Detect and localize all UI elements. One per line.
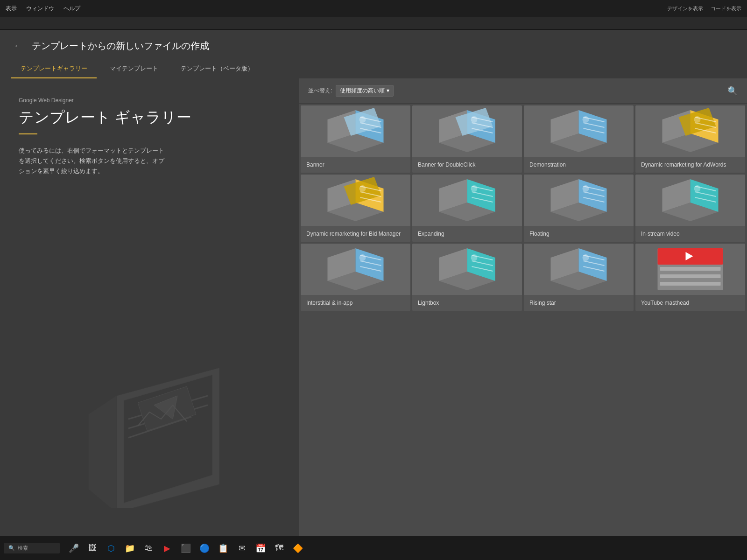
back-button[interactable]: ← [11, 39, 24, 52]
svg-point-76 [694, 185, 701, 192]
tabs-bar: テンプレートギャラリー マイテンプレート テンプレート（ベータ版） [0, 52, 747, 78]
template-thumbnail [301, 244, 410, 295]
code-view-btn[interactable]: コードを表示 [711, 5, 741, 12]
template-card[interactable]: Expanding [412, 175, 522, 242]
svg-point-52 [359, 185, 366, 192]
svg-point-26 [471, 116, 478, 123]
template-thumbnail [524, 105, 634, 157]
svg-point-34 [583, 116, 589, 123]
tab-template-gallery[interactable]: テンプレートギャラリー [11, 60, 97, 78]
template-card[interactable]: Rising star [524, 244, 634, 311]
page-title: テンプレートからの新しいファイルの作成 [32, 40, 209, 52]
template-thumbnail [635, 244, 745, 295]
taskbar-calendar-icon[interactable]: 📅 [252, 540, 269, 557]
taskbar-maps-icon[interactable]: 🗺 [271, 540, 288, 557]
template-thumbnail [635, 175, 745, 226]
template-thumbnail [301, 105, 410, 157]
tab-beta-templates[interactable]: テンプレート（ベータ版） [171, 60, 263, 78]
title-underline [19, 133, 37, 134]
template-label: Expanding [412, 226, 522, 242]
taskbar-mic-icon[interactable]: 🎤 [65, 540, 82, 557]
taskbar-folder-icon[interactable]: 📁 [121, 540, 138, 557]
svg-rect-107 [660, 282, 721, 286]
template-card[interactable]: Demonstration [524, 105, 634, 173]
taskbar-mail-icon[interactable]: ✉ [233, 540, 250, 557]
template-label: Dynamic remarketing for AdWords [635, 157, 745, 173]
svg-point-68 [583, 185, 589, 192]
search-icon[interactable]: 🔍 [727, 86, 738, 96]
template-thumbnail [635, 105, 745, 157]
menu-bar: 表示 ウィンドウ ヘルプ デザインを表示 コードを表示 [0, 0, 747, 17]
svg-point-92 [471, 254, 478, 261]
template-thumbnail [301, 175, 410, 226]
template-thumbnail [524, 175, 634, 226]
left-panel: Google Web Designer テンプレート ギャラリー 使ってみるには… [0, 78, 299, 536]
taskbar-window-icon[interactable]: 🖼 [84, 540, 101, 557]
gallery-title: テンプレート ギャラリー [19, 107, 280, 128]
template-label: Rising star [524, 295, 634, 311]
menu-view[interactable]: 表示 [6, 5, 17, 13]
sort-label: 並べ替え: [308, 87, 332, 95]
template-label: Banner for DoubleClick [412, 157, 522, 173]
main-content: Google Web Designer テンプレート ギャラリー 使ってみるには… [0, 78, 747, 536]
template-card[interactable]: Dynamic remarketing for AdWords [635, 105, 745, 173]
taskbar-chrome-icon[interactable]: 🔵 [196, 540, 213, 557]
template-card[interactable]: Lightbox [412, 244, 522, 311]
svg-point-60 [471, 185, 478, 192]
template-card[interactable]: Banner for DoubleClick [412, 105, 522, 173]
header: ← テンプレートからの新しいファイルの作成 [0, 30, 747, 52]
template-card[interactable]: Interstitial & in-app [301, 244, 410, 311]
svg-rect-106 [660, 274, 721, 278]
template-thumbnail [412, 244, 522, 295]
sort-select[interactable]: 使用頻度の高い順 ▾ [336, 85, 393, 97]
template-card[interactable]: Floating [524, 175, 634, 242]
svg-point-100 [583, 254, 589, 261]
template-label: YouTube masthead [635, 295, 745, 311]
toolbar-strip [0, 17, 747, 30]
right-panel: 並べ替え: 使用頻度の高い順 ▾ 🔍 BannerBanner for Doub… [299, 78, 747, 536]
svg-marker-1 [89, 396, 117, 508]
template-card[interactable]: Banner [301, 105, 410, 173]
app-name-label: Google Web Designer [19, 97, 280, 104]
template-card[interactable]: Dynamic remarketing for Bid Manager [301, 175, 410, 242]
taskbar-edge-icon[interactable]: ⬡ [103, 540, 120, 557]
template-label: Floating [524, 226, 634, 242]
svg-rect-105 [660, 267, 721, 271]
tab-my-templates[interactable]: マイテンプレート [100, 60, 168, 78]
svg-point-84 [359, 254, 366, 261]
gallery-grid: BannerBanner for DoubleClickDemonstratio… [299, 104, 747, 313]
template-label: Demonstration [524, 157, 634, 173]
design-view-btn[interactable]: デザインを表示 [667, 5, 703, 12]
template-label: Banner [301, 157, 410, 173]
template-card[interactable]: In-stream video [635, 175, 745, 242]
taskbar: 🔍 検索 🎤 🖼 ⬡ 📁 🛍 ▶ ⬛ 🔵 📋 ✉ 📅 🗺 🔶 [0, 536, 747, 560]
menu-bar-right: デザインを表示 コードを表示 [667, 5, 741, 12]
template-thumbnail [412, 105, 522, 157]
taskbar-store-icon[interactable]: 🛍 [140, 540, 157, 557]
template-thumbnail [412, 175, 522, 226]
template-label: Interstitial & in-app [301, 295, 410, 311]
menu-window[interactable]: ウィンドウ [26, 5, 54, 13]
sort-bar-right: 🔍 [727, 86, 738, 96]
taskbar-apps-icon[interactable]: ⬛ [177, 540, 194, 557]
taskbar-search-icon: 🔍 [8, 545, 15, 551]
tablet-illustration [37, 349, 233, 508]
sort-bar: 並べ替え: 使用頻度の高い順 ▾ 🔍 [299, 78, 747, 104]
taskbar-media-icon[interactable]: ▶ [159, 540, 176, 557]
taskbar-files-icon[interactable]: 📋 [215, 540, 232, 557]
gallery-description: 使ってみるには、右側でフォーマットとテンプレートを選択してください。検索ボタンを… [19, 146, 168, 176]
svg-point-43 [694, 116, 701, 123]
template-thumbnail [524, 244, 634, 295]
template-label: Lightbox [412, 295, 522, 311]
menu-help[interactable]: ヘルプ [63, 5, 80, 13]
taskbar-search[interactable]: 🔍 検索 [4, 543, 60, 553]
template-label: In-stream video [635, 226, 745, 242]
svg-point-17 [359, 116, 366, 123]
template-card[interactable]: YouTube masthead [635, 244, 745, 311]
template-label: Dynamic remarketing for Bid Manager [301, 226, 410, 242]
taskbar-search-label: 検索 [18, 545, 28, 552]
taskbar-gwd-icon[interactable]: 🔶 [289, 540, 306, 557]
